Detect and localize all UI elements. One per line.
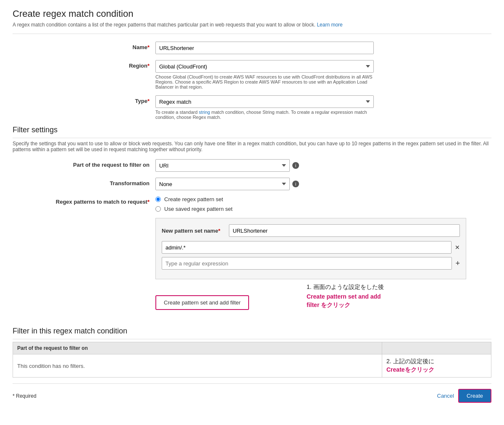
create-button[interactable]: Create — [458, 389, 491, 403]
pattern-set-name-input[interactable] — [229, 224, 460, 237]
part-label: Part of the request to filter on — [13, 159, 155, 168]
filter-table-header: Part of the request to filter on — [13, 342, 382, 354]
annotation-step2-jp: 2. 上記の設定後に — [386, 358, 487, 365]
radio-create-option[interactable]: Create regex pattern set — [155, 196, 374, 202]
filter-table-title: Filter in this regex match condition — [13, 327, 491, 339]
annotation-step2-label: Createをクリック — [386, 366, 487, 374]
page-title: Create regex match condition — [13, 8, 491, 19]
radio-saved-label: Use saved regex pattern set — [164, 206, 233, 212]
type-label: Type — [13, 95, 155, 104]
footer-bar: * Required Cancel Create — [13, 383, 491, 408]
filter-table: Part of the request to filter on This co… — [13, 342, 491, 378]
annotation-step2-cell: 2. 上記の設定後に Createをクリック — [382, 354, 491, 378]
annotation-step1-jp: 1. 画面のような設定をした後 — [307, 283, 475, 291]
part-info-icon: i — [292, 162, 299, 169]
required-note: * Required — [13, 393, 433, 399]
regex-patterns-label: Regex patterns to match to request — [13, 196, 155, 205]
pattern-set-box: New pattern set name* ✕ + — [155, 218, 466, 279]
create-filter-button[interactable]: Create pattern set and add filter — [155, 295, 249, 310]
name-label: Name — [13, 42, 155, 50]
region-select[interactable]: Global (CloudFront) US East (N. Virginia… — [155, 60, 374, 73]
annotation-block: 1. 画面のような設定をした後 Create pattern set and a… — [307, 283, 475, 309]
name-input[interactable] — [155, 42, 374, 54]
filter-settings-title: Filter settings — [13, 126, 491, 138]
filter-table-empty-row: This condition has no filters. 2. 上記の設定後… — [13, 354, 491, 378]
region-label: Region — [13, 60, 155, 69]
type-hint: To create a standard string match condit… — [155, 110, 374, 120]
string-match-link[interactable]: string — [199, 110, 210, 115]
radio-saved-input[interactable] — [155, 206, 161, 212]
filter-empty-message: This condition has no filters. — [13, 354, 382, 378]
radio-create-input[interactable] — [155, 197, 161, 202]
radio-create-label: Create regex pattern set — [164, 196, 223, 202]
page-description: A regex match condition contains a list … — [13, 22, 491, 34]
part-select[interactable]: URI Query string Header HTTP method Body — [155, 159, 290, 172]
type-select[interactable]: Regex match String match — [155, 95, 374, 108]
transformation-label: Transformation — [13, 178, 155, 186]
transformation-select[interactable]: None Lowercase URL decode HTML entity de… — [155, 178, 290, 190]
pattern-set-name-label: New pattern set name* — [162, 228, 229, 234]
existing-pattern-input[interactable] — [162, 241, 452, 254]
region-hint: Choose Global (CloudFront) to create AWS… — [155, 74, 374, 89]
radio-saved-option[interactable]: Use saved regex pattern set — [155, 206, 374, 212]
add-pattern-button[interactable]: + — [455, 259, 460, 268]
remove-pattern-button[interactable]: ✕ — [455, 244, 460, 251]
cancel-button[interactable]: Cancel — [437, 393, 454, 399]
transformation-info-icon: i — [292, 181, 299, 187]
new-pattern-input[interactable] — [162, 257, 452, 270]
learn-more-link[interactable]: Learn more — [317, 22, 342, 28]
filter-settings-desc: Specify the settings that you want to us… — [13, 141, 491, 152]
annotation-step1-label: Create pattern set and addfilter をクリック — [307, 293, 475, 309]
